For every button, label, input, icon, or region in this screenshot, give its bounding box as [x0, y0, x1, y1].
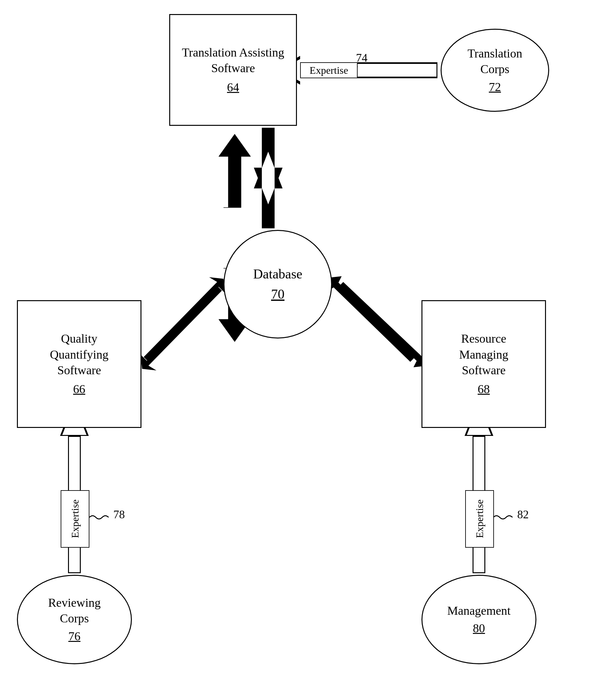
- qqs-number: 66: [73, 381, 85, 397]
- ref-82: 82: [517, 508, 529, 521]
- squiggle-78: [89, 516, 109, 519]
- svg-rect-3: [229, 132, 240, 219]
- tc-label: TranslationCorps: [467, 46, 522, 77]
- translation-corps-ellipse: TranslationCorps 72: [441, 29, 549, 112]
- arrow-to-db-left: [140, 286, 222, 370]
- mgmt-number: 80: [473, 621, 485, 636]
- resource-managing-software-box: ResourceManagingSoftware 68: [421, 300, 546, 428]
- tas-label: Translation Assisting Software: [170, 45, 296, 76]
- mgmt-label: Management: [447, 603, 511, 619]
- arrow-to-db-right: [338, 282, 430, 367]
- quality-quantifying-software-box: QualityQuantifyingSoftware 66: [17, 300, 141, 428]
- db-number: 70: [271, 285, 284, 303]
- arrow-down-tas: [254, 168, 282, 228]
- tc-number: 72: [489, 79, 501, 95]
- expertise-label-82: Expertise: [465, 490, 494, 548]
- arrow-db-to-tas: [229, 132, 240, 219]
- translation-assisting-software-box: Translation Assisting Software 64: [169, 14, 297, 126]
- arrow-up-tas: [254, 128, 282, 188]
- reviewing-corps-ellipse: ReviewingCorps 76: [17, 575, 132, 664]
- svg-rect-4: [229, 132, 240, 219]
- db-label: Database: [253, 265, 302, 283]
- database-circle: Database 70: [223, 230, 332, 338]
- management-ellipse: Management 80: [421, 575, 536, 664]
- arrow-to-rms: [326, 276, 415, 362]
- tas-number: 64: [227, 79, 239, 95]
- squiggle-82: [493, 516, 513, 519]
- diagram: Translation Assisting Software 64 Transl…: [0, 0, 591, 700]
- qqs-label: QualityQuantifyingSoftware: [50, 331, 109, 378]
- arrow-up-1: [219, 134, 251, 207]
- rc-label: ReviewingCorps: [48, 595, 101, 627]
- expertise-label-78: Expertise: [61, 490, 89, 548]
- arrow-to-qqs: [144, 277, 225, 362]
- rc-number: 76: [68, 629, 80, 644]
- ref-74: 74: [356, 51, 368, 65]
- rms-label: ResourceManagingSoftware: [459, 331, 508, 378]
- ref-78: 78: [113, 508, 125, 521]
- expertise-label-74: Expertise: [300, 62, 357, 78]
- rms-number: 68: [478, 381, 490, 397]
